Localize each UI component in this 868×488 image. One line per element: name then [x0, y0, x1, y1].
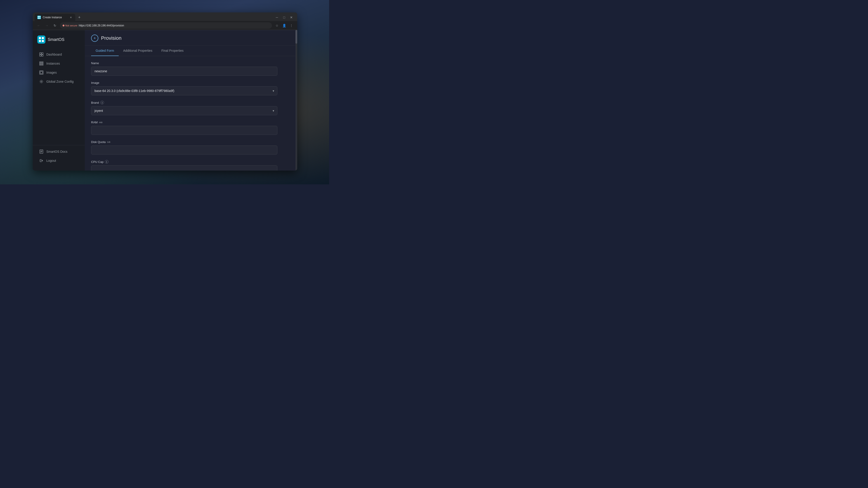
config-icon: [39, 79, 43, 84]
ram-unit: MiB: [99, 121, 103, 124]
sidebar-item-instances[interactable]: Instances: [35, 59, 83, 68]
svg-rect-3: [39, 18, 40, 19]
sidebar-item-label-global-zone-config: Global Zone Config: [46, 80, 74, 84]
svg-rect-13: [39, 63, 43, 64]
image-label: Image: [91, 81, 277, 85]
forward-button[interactable]: →: [43, 22, 50, 29]
app-brand: SmartOS: [33, 34, 85, 48]
disk-quota-form-group: Disk Quota GiB: [91, 140, 277, 155]
svg-point-17: [41, 81, 42, 82]
svg-rect-0: [38, 16, 39, 17]
sidebar-item-dashboard[interactable]: Dashboard: [35, 50, 83, 59]
ram-form-group: RAM MiB: [91, 121, 277, 135]
profile-button[interactable]: 👤: [281, 22, 287, 29]
nav-items: Dashboard Instances Images: [33, 48, 85, 145]
svg-rect-6: [39, 40, 41, 42]
disk-quota-input[interactable]: [91, 145, 277, 155]
brand-select[interactable]: joyent lx kvm bhyve: [91, 106, 277, 115]
sidebar-item-label-smartos-docs: SmartOS Docs: [46, 150, 67, 153]
brand-label: Brand ℹ: [91, 101, 277, 104]
disk-quota-label: Disk Quota GiB: [91, 140, 277, 144]
minimize-button[interactable]: ─: [274, 14, 280, 21]
cpu-cap-label: CPU Cap ℹ: [91, 160, 277, 164]
bookmark-button[interactable]: ☆: [274, 22, 280, 29]
window-controls: ─ □ ✕: [274, 14, 294, 21]
form-content: Name Image base-64 20.3.0 (cfa9c88e-03f8…: [85, 56, 284, 170]
sidebar-item-label-dashboard: Dashboard: [46, 53, 62, 56]
tab-title: Create Instance: [43, 16, 67, 19]
close-button[interactable]: ✕: [288, 14, 294, 21]
image-select-wrapper: base-64 20.3.0 (cfa9c88e-03f8-11eb-9980-…: [91, 86, 277, 95]
brand-icon: [37, 35, 45, 43]
logout-icon: [39, 158, 43, 163]
sidebar-item-logout[interactable]: Logout: [35, 156, 83, 165]
sidebar-item-label-logout: Logout: [46, 159, 56, 162]
address-bar: ← → ↻ Not secure https://192.168.29.196:…: [33, 21, 297, 30]
dashboard-icon: [39, 52, 43, 57]
main-content: + Provision Guided Form Additional Prope…: [85, 30, 297, 170]
svg-rect-7: [42, 40, 44, 42]
svg-rect-10: [39, 55, 41, 56]
brand-form-group: Brand ℹ joyent lx kvm bhyve: [91, 101, 277, 115]
docs-icon: [39, 149, 43, 154]
name-label: Name: [91, 61, 277, 65]
tab-bar: Create Instance ✕ + ─ □ ✕: [33, 12, 297, 21]
tab-final-properties[interactable]: Final Properties: [157, 46, 188, 56]
browser-content: SmartOS Dashboard Instances: [33, 30, 297, 170]
cpu-cap-form-group: CPU Cap ℹ: [91, 160, 277, 170]
ram-input[interactable]: [91, 126, 277, 135]
image-select[interactable]: base-64 20.3.0 (cfa9c88e-03f8-11eb-9980-…: [91, 86, 277, 95]
security-indicator: Not secure: [63, 24, 77, 27]
scrollbar[interactable]: [296, 30, 297, 170]
brand-select-wrapper: joyent lx kvm bhyve: [91, 106, 277, 115]
svg-rect-1: [39, 16, 40, 17]
provision-plus-sign: +: [94, 36, 96, 41]
bar-actions: ☆ 👤 ⋮: [274, 22, 294, 29]
browser-window: Create Instance ✕ + ─ □ ✕ ← → ↻ Not secu…: [33, 12, 297, 170]
image-form-group: Image base-64 20.3.0 (cfa9c88e-03f8-11eb…: [91, 81, 277, 95]
svg-rect-14: [39, 64, 43, 65]
url-bar[interactable]: Not secure https://192.168.29.196:4443/p…: [60, 22, 272, 29]
not-secure-dot: [63, 25, 64, 26]
brand-info-icon[interactable]: ℹ: [100, 101, 104, 104]
browser-tab[interactable]: Create Instance ✕: [35, 14, 75, 21]
menu-button[interactable]: ⋮: [288, 22, 294, 29]
svg-rect-12: [39, 62, 43, 63]
provision-icon: +: [91, 35, 98, 42]
url-text: https://192.168.29.196:4443/provision: [79, 24, 124, 27]
not-secure-label: Not secure: [65, 24, 77, 27]
sidebar-item-images[interactable]: Images: [35, 68, 83, 77]
sidebar-bottom: SmartOS Docs Logout: [33, 145, 85, 167]
cpu-cap-info-icon[interactable]: ℹ: [105, 160, 108, 164]
sidebar-item-label-instances: Instances: [46, 62, 60, 65]
sidebar-item-global-zone-config[interactable]: Global Zone Config: [35, 77, 83, 86]
reload-button[interactable]: ↻: [52, 22, 58, 29]
svg-rect-11: [41, 55, 43, 56]
page-header: + Provision: [85, 30, 297, 46]
disk-quota-unit: GiB: [107, 141, 110, 143]
tab-additional-properties[interactable]: Additional Properties: [119, 46, 157, 56]
cpu-cap-input[interactable]: [91, 165, 277, 170]
instances-icon: [39, 61, 43, 66]
name-input[interactable]: [91, 67, 277, 76]
ram-label: RAM MiB: [91, 121, 277, 124]
maximize-button[interactable]: □: [281, 14, 287, 21]
tabs: Guided Form Additional Properties Final …: [85, 46, 297, 56]
brand-name: SmartOS: [48, 37, 64, 42]
name-form-group: Name: [91, 61, 277, 76]
svg-rect-9: [41, 53, 43, 54]
svg-rect-5: [42, 37, 44, 39]
scroll-thumb[interactable]: [296, 30, 297, 43]
sidebar-item-smartos-docs[interactable]: SmartOS Docs: [35, 147, 83, 156]
sidebar: SmartOS Dashboard Instances: [33, 30, 85, 170]
svg-rect-16: [40, 71, 42, 74]
sidebar-item-label-images: Images: [46, 71, 57, 74]
tab-guided-form[interactable]: Guided Form: [91, 46, 119, 56]
page-title: Provision: [101, 35, 121, 41]
tab-close-button[interactable]: ✕: [69, 15, 72, 19]
svg-rect-8: [39, 53, 41, 54]
images-icon: [39, 70, 43, 75]
svg-rect-2: [38, 18, 39, 19]
back-button[interactable]: ←: [35, 22, 42, 29]
new-tab-button[interactable]: +: [76, 14, 83, 21]
